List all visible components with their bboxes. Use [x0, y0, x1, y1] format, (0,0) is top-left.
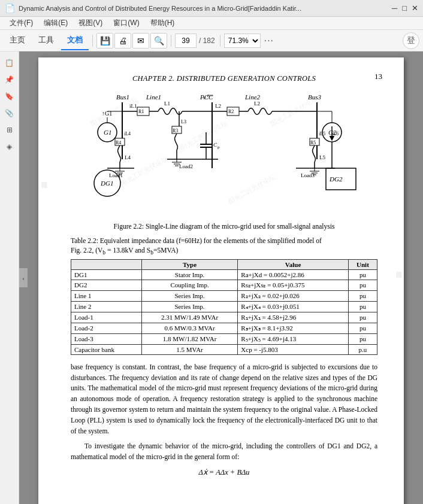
- table-cell: Ra+jXd = 0.0052+j2.86: [238, 269, 349, 280]
- table-cell: pu: [348, 269, 377, 280]
- svg-text:R5: R5: [310, 140, 316, 145]
- minimize-button[interactable]: ─: [392, 4, 397, 13]
- sidebar-icon-layers[interactable]: ⊞: [3, 123, 16, 136]
- table-row: Line 2Series Imp.R₄+jX₄ = 0.03+j0.051pu: [71, 301, 377, 312]
- menu-file[interactable]: 文件(F): [5, 17, 38, 29]
- scroll-left-arrow[interactable]: ‹: [19, 268, 28, 287]
- table-cell: pu: [348, 333, 377, 344]
- page-number-top: 13: [374, 72, 382, 81]
- data-table: Type Value Unit DG1Stator Imp.Ra+jXd = 0…: [71, 259, 377, 355]
- svg-text:L2: L2: [254, 101, 260, 107]
- svg-text:pcc: pcc: [207, 93, 214, 98]
- equation: Δẋ = AΔx + BΔu: [71, 467, 377, 477]
- svg-text:G1: G1: [104, 129, 111, 136]
- maximize-button[interactable]: □: [402, 4, 407, 13]
- table-header-1: Type: [141, 259, 238, 269]
- tab-tools[interactable]: 工具: [32, 31, 60, 50]
- table-row: Capacitor bank1.5 MVArXcp = -j5.803p.u: [71, 344, 377, 354]
- svg-text:iL5: iL5: [319, 131, 325, 136]
- more-options[interactable]: ···: [264, 35, 274, 46]
- table-cell: R₄+jX₄ = 0.03+j0.051: [238, 301, 349, 312]
- table-row: DG2Coupling Imp.Rs₂+jXs₂ = 0.05+j0.375pu: [71, 280, 377, 290]
- zoom-select[interactable]: 71.3% 50% 75% 100% 150%: [224, 34, 261, 48]
- table-cell: pu: [348, 280, 377, 290]
- toolbar: 主页 工具 文档 💾 🖨 ✉ 🔍 13 / 182 71.3% 50% 75% …: [0, 30, 423, 51]
- table-row: Load-31.8 MW/1.82 MVArR₅+jX₅ = 4.69+j4.1…: [71, 333, 377, 344]
- table-cell: pu: [348, 301, 377, 312]
- sidebar-icon-page[interactable]: 📋: [3, 56, 16, 69]
- table-header-0: [71, 259, 142, 269]
- svg-text:v: v: [203, 95, 206, 101]
- svg-text:阳光工匠光伏论坛: 阳光工匠光伏论坛: [227, 172, 276, 205]
- page-separator: / 182: [199, 37, 215, 45]
- email-button[interactable]: ✉: [132, 33, 149, 48]
- table-header-2: Value: [238, 259, 349, 269]
- search-button[interactable]: 🔍: [150, 33, 167, 48]
- title-bar: 📄 Dynamic Analysis and Control of Distri…: [0, 0, 423, 17]
- svg-text:Line2: Line2: [244, 93, 261, 101]
- print-button[interactable]: 🖨: [114, 33, 131, 48]
- table-cell: p.u: [348, 344, 377, 354]
- sidebar-icon-bookmark[interactable]: 📌: [3, 73, 16, 86]
- svg-text:DG2: DG2: [329, 175, 343, 183]
- table-cell: R₂+jX₂ = 0.02+j0.026: [238, 290, 349, 301]
- pdf-page: 13 CHAPTER 2. DISTRIBUTED GENERATION CON…: [38, 57, 404, 504]
- table-cell: 2.31 MW/1.49 MVAr: [141, 312, 238, 323]
- svg-text:阳光工匠光伏论坛: 阳光工匠光伏论坛: [179, 119, 228, 151]
- sidebar-icon-attach[interactable]: 📎: [3, 107, 16, 120]
- table-cell: Rs₂+jXs₂ = 0.05+j0.375: [238, 280, 349, 290]
- sidebar-icon-misc[interactable]: ◈: [3, 140, 16, 153]
- circuit-diagram: 阳光工匠光伏论坛 阳光工匠光伏论坛 阳光工匠光伏论坛 阳光工匠光伏论坛 阳光工匠…: [71, 90, 377, 219]
- table-cell: pu: [348, 323, 377, 333]
- close-button[interactable]: ✕: [412, 4, 418, 13]
- svg-text:iL1: iL1: [129, 103, 137, 109]
- table-header-3: Unit: [348, 259, 377, 269]
- tab-document[interactable]: 文档: [61, 31, 89, 50]
- table-row: DG1Stator Imp.Ra+jXd = 0.0052+j2.86pu: [71, 269, 377, 280]
- svg-text:L5: L5: [319, 154, 325, 160]
- svg-text:R2: R2: [228, 109, 234, 114]
- main-area: 📋 📌 🔖 📎 ⊞ ◈ ‹ 13 CHAPTER 2. DISTRIBUTED …: [0, 51, 423, 504]
- body-text-2: To investigate the dynamic behavior of t…: [71, 441, 377, 463]
- left-sidebar: 📋 📌 🔖 📎 ⊞ ◈: [0, 51, 19, 504]
- table-caption: Table 2.2: Equivalent impedance data (f=…: [71, 236, 377, 257]
- table-cell: DG2: [71, 280, 142, 290]
- svg-text:p: p: [217, 145, 220, 150]
- tab-home[interactable]: 主页: [4, 31, 31, 50]
- app-icon: 📄: [5, 4, 15, 13]
- login-button[interactable]: 登: [403, 32, 419, 49]
- body-text-1: base frequency is constant. In contrast,…: [71, 362, 377, 437]
- pdf-container: 13 CHAPTER 2. DISTRIBUTED GENERATION CON…: [19, 51, 423, 504]
- svg-text:L4: L4: [125, 154, 131, 160]
- table-cell: Line 1: [71, 290, 142, 301]
- svg-text:R4: R4: [116, 140, 121, 145]
- table-cell: 1.8 MW/1.82 MVAr: [141, 333, 238, 344]
- svg-text:Line1: Line1: [146, 93, 161, 101]
- menu-help[interactable]: 帮助(H): [146, 17, 180, 29]
- table-cell: Coupling Imp.: [141, 280, 238, 290]
- table-cell: R₁+jX₁ = 4.58+j2.96: [238, 312, 349, 323]
- sidebar-icon-link[interactable]: 🔖: [3, 90, 16, 103]
- window-title: Dynamic Analysis and Control of Distribu…: [19, 5, 387, 12]
- menu-view[interactable]: 视图(V): [74, 17, 107, 29]
- table-cell: 0.6 MW/0.3 MVAr: [141, 323, 238, 333]
- table-cell: Xcp = -j5.803: [238, 344, 349, 354]
- table-cell: 1.5 MVAr: [141, 344, 238, 354]
- svg-text:Bus3: Bus3: [308, 93, 322, 101]
- figure-caption: Figure 2.2: Single-Line diagram of the m…: [71, 223, 377, 230]
- save-button[interactable]: 💾: [96, 33, 113, 48]
- svg-text:Load2: Load2: [179, 163, 193, 169]
- svg-text:C: C: [213, 142, 217, 148]
- svg-text:DG1: DG1: [100, 180, 113, 187]
- table-cell: DG1: [71, 269, 142, 280]
- page-number-input[interactable]: 13: [175, 34, 197, 48]
- menu-window[interactable]: 窗口(W): [108, 17, 144, 29]
- table-cell: R₃+jX₃ = 8.1+j3.92: [238, 323, 349, 333]
- table-cell: Capacitor bank: [71, 344, 142, 354]
- svg-text:L2: L2: [215, 103, 221, 109]
- table-row: Line 1Series Imp.R₂+jX₂ = 0.02+j0.026pu: [71, 290, 377, 301]
- menu-edit[interactable]: 编辑(E): [39, 17, 72, 29]
- svg-text:Bus1: Bus1: [116, 93, 129, 101]
- window-controls: ─ □ ✕: [392, 4, 418, 13]
- svg-text:L3: L3: [181, 119, 186, 125]
